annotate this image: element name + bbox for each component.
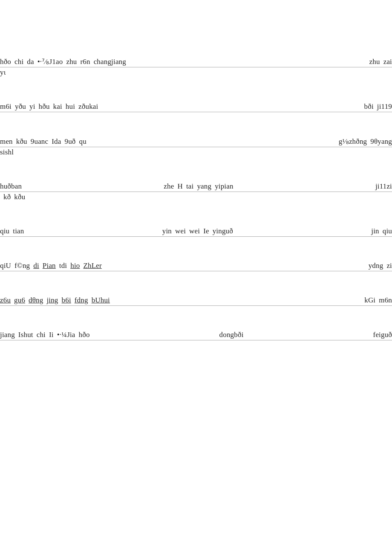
word: bUhui <box>92 296 110 305</box>
word: Pian <box>43 262 56 270</box>
word: g¹⁄₈zhðng <box>339 137 367 146</box>
word: kðu <box>14 193 25 201</box>
word: feiguð <box>373 331 392 339</box>
text-line-6a: qiU f©ng di Pian tdi hio ZhLer ydng zi <box>0 260 392 271</box>
word: zhe <box>164 182 174 191</box>
row-7: z6u gu6 dθng jing b6i fdng bUhui kGi m6n <box>0 294 392 306</box>
row-1: hðo chi da •·⁷⁄₈J1ao zhu r6n changjiang … <box>0 55 392 78</box>
word: da <box>27 58 34 66</box>
word: yipian <box>215 182 233 191</box>
word: sishl <box>0 148 14 157</box>
word: qiu <box>383 227 392 235</box>
word: ji119 <box>377 102 392 111</box>
word: hðo <box>0 58 11 66</box>
word: ZhLer <box>83 262 101 270</box>
row-4: huðban zhe H tai yang yipian ji11zi kð k… <box>0 180 392 202</box>
word: •·¼Jia <box>57 331 75 339</box>
word: jing <box>46 296 58 305</box>
word: gu6 <box>14 296 25 305</box>
word: 9uð <box>64 137 75 146</box>
word: Ii <box>49 331 54 339</box>
word: Ie <box>203 227 209 235</box>
word: zðukai <box>78 102 98 111</box>
word: qiU <box>0 262 11 270</box>
word: tdi <box>59 262 67 270</box>
word: wei <box>175 227 186 235</box>
word: jin <box>371 227 379 235</box>
text-line-3a: men kðu 9uanc Ida 9uð qu g¹⁄₈zhðng 9θyan… <box>0 135 392 147</box>
word: kai <box>53 102 62 111</box>
word: yin <box>162 227 172 235</box>
word: hio <box>70 262 80 270</box>
word: di <box>33 262 39 270</box>
text-line-1b: yι <box>0 67 392 78</box>
word: tai <box>186 182 194 191</box>
word: Ishut <box>18 331 33 339</box>
word: H <box>177 182 182 191</box>
word: changjiang <box>94 58 126 66</box>
word: zi <box>386 262 392 270</box>
text-line-4a: huðban zhe H tai yang yipian ji11zi <box>0 180 392 192</box>
word: zhu <box>369 58 380 66</box>
row-2: m6i yðu yi hðu kai hui zðukai bði ji119 <box>0 101 392 112</box>
word: huðban <box>0 182 22 191</box>
word: hui <box>66 102 75 111</box>
word: jiang <box>0 331 15 339</box>
word: wei <box>189 227 200 235</box>
word: kðu <box>16 137 27 146</box>
row-6: qiU f©ng di Pian tdi hio ZhLer ydng zi <box>0 260 392 271</box>
word: dongbði <box>219 331 244 339</box>
word: m6n <box>379 296 392 305</box>
row-8: jiang Ishut chi Ii •·¼Jia hðo dongbði fe… <box>0 329 392 340</box>
text-line-3b: sishl <box>0 147 392 157</box>
word: qiu <box>0 227 9 235</box>
word: 9θyang <box>370 137 392 146</box>
word: f©ng <box>14 262 30 270</box>
word: r6n <box>80 58 90 66</box>
word: yι <box>0 68 6 77</box>
word: tian <box>13 227 24 235</box>
word: Ida <box>52 137 61 146</box>
row-5: qiu tian yin wei wei Ie yinguð jin qiu <box>0 225 392 237</box>
row-3: men kðu 9uanc Ida 9uð qu g¹⁄₈zhðng 9θyan… <box>0 135 392 157</box>
word: men <box>0 137 13 146</box>
text-line-8a: jiang Ishut chi Ii •·¼Jia hðo dongbði fe… <box>0 329 392 340</box>
word: dθng <box>29 296 43 305</box>
word: yi <box>29 102 35 111</box>
word: yang <box>197 182 211 191</box>
text-line-2a: m6i yðu yi hðu kai hui zðukai bði ji119 <box>0 101 392 112</box>
word: yðu <box>15 102 26 111</box>
word: z6u <box>0 296 11 305</box>
text-line-7a: z6u gu6 dθng jing b6i fdng bUhui kGi m6n <box>0 294 392 306</box>
word: fdng <box>75 296 88 305</box>
word: b6i <box>62 296 71 305</box>
word: yinguð <box>213 227 233 235</box>
word: ji11zi <box>375 182 392 191</box>
word: chi <box>14 58 23 66</box>
word: 9uanc <box>31 137 48 146</box>
text-line-1a: hðo chi da •·⁷⁄₈J1ao zhu r6n changjiang … <box>0 55 392 67</box>
word: bði <box>364 102 374 111</box>
word: ydng <box>369 262 383 270</box>
word: hðo <box>79 331 90 339</box>
word: chi <box>37 331 46 339</box>
word: kð <box>3 193 11 201</box>
word: hðu <box>39 102 50 111</box>
text-line-4b: kð kðu <box>0 192 392 202</box>
page: hðo chi da •·⁷⁄₈J1ao zhu r6n changjiang … <box>0 0 392 555</box>
word: •·⁷⁄₈J1ao <box>37 57 63 66</box>
word: kGi <box>364 296 375 305</box>
text-line-5a: qiu tian yin wei wei Ie yinguð jin qiu <box>0 225 392 237</box>
word: qu <box>79 137 86 146</box>
word: zhu <box>66 58 77 66</box>
word: m6i <box>0 102 12 111</box>
word: zai <box>383 58 392 66</box>
